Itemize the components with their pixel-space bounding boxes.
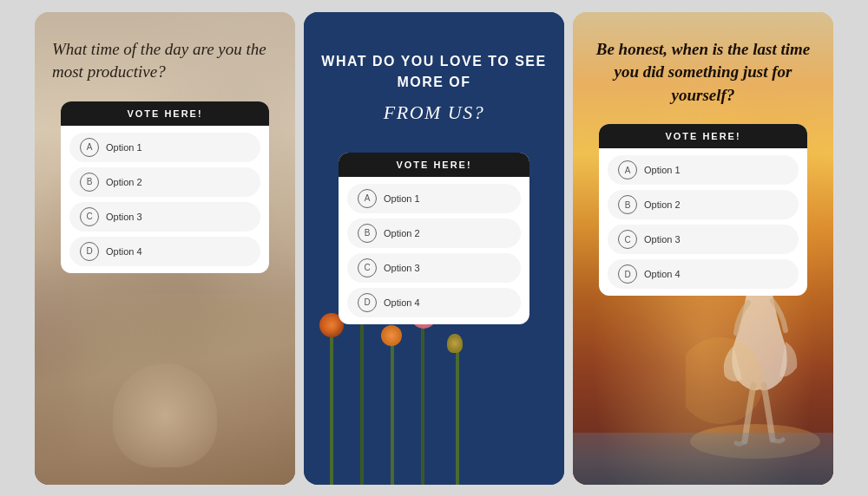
panel-3-vote-header-text: VOTE HERE! <box>665 131 740 141</box>
panel-2-option-d[interactable]: D Option 4 <box>347 288 521 317</box>
panel-3-option-b-letter: B <box>618 195 637 214</box>
panel-2-vote-header: VOTE HERE! <box>339 153 529 177</box>
panel-1-question: What time of the day are you the most pr… <box>48 38 282 84</box>
panel-2: WHAT DO YOU LOVE TO SEE MORE OFfrom us? … <box>304 12 564 485</box>
panel-3-option-c-letter: C <box>618 230 637 249</box>
panel-2-option-a-letter: A <box>358 189 377 208</box>
panel-1-option-c[interactable]: C Option 3 <box>69 202 260 232</box>
panel-3-content: Be honest, when is the last time you did… <box>573 12 833 485</box>
panel-3-vote-card: VOTE HERE! A Option 1 B Option 2 C Optio… <box>599 124 807 296</box>
panel-3-option-d[interactable]: D Option 4 <box>608 259 799 289</box>
panel-3: Be honest, when is the last time you did… <box>573 12 833 485</box>
panel-1-content: What time of the day are you the most pr… <box>35 12 295 485</box>
panel-2-option-b-text: Option 2 <box>384 228 420 238</box>
panel-1: What time of the day are you the most pr… <box>35 12 295 485</box>
panel-2-option-c-text: Option 3 <box>384 263 420 273</box>
panel-1-option-a-letter: A <box>80 138 99 157</box>
panel-3-option-b[interactable]: B Option 2 <box>608 190 799 219</box>
panel-3-option-a-text: Option 1 <box>644 165 681 175</box>
panel-1-option-a-text: Option 1 <box>106 142 142 153</box>
panel-1-option-b-letter: B <box>80 173 99 192</box>
panel-2-content: WHAT DO YOU LOVE TO SEE MORE OFfrom us? … <box>304 12 564 485</box>
panel-2-option-b-letter: B <box>358 224 377 243</box>
panel-3-option-d-letter: D <box>618 264 637 284</box>
panel-1-option-b-text: Option 2 <box>106 177 142 187</box>
panel-3-vote-header: VOTE HERE! <box>599 124 807 148</box>
panel-2-vote-card: VOTE HERE! A Option 1 B Option 2 C Optio… <box>339 153 529 324</box>
panel-2-option-a-text: Option 1 <box>384 193 420 204</box>
panel-2-option-d-letter: D <box>358 293 377 312</box>
panel-2-option-d-text: Option 4 <box>384 297 420 308</box>
panel-3-question: Be honest, when is the last time you did… <box>586 38 820 108</box>
panel-3-option-b-text: Option 2 <box>644 199 681 210</box>
panel-2-question-main: WHAT DO YOU LOVE TO SEE MORE OF <box>317 51 551 93</box>
panel-2-vote-options: A Option 1 B Option 2 C Option 3 D Optio… <box>339 177 529 324</box>
panel-3-option-c-text: Option 3 <box>644 234 681 245</box>
panel-1-option-b[interactable]: B Option 2 <box>69 167 260 197</box>
panel-1-vote-header-text: VOTE HERE! <box>127 108 202 119</box>
panel-3-option-d-text: Option 4 <box>644 269 681 279</box>
panel-1-vote-header: VOTE HERE! <box>61 101 269 126</box>
panel-2-question: WHAT DO YOU LOVE TO SEE MORE OFfrom us? <box>317 51 551 127</box>
panel-1-option-a[interactable]: A Option 1 <box>69 133 260 162</box>
panel-1-option-d-letter: D <box>80 242 99 261</box>
panel-2-question-italic: from us? <box>317 98 551 127</box>
panel-2-option-a[interactable]: A Option 1 <box>347 184 521 213</box>
panel-1-vote-card: VOTE HERE! A Option 1 B Option 2 C Optio… <box>61 101 269 273</box>
panel-2-option-c[interactable]: C Option 3 <box>347 253 521 283</box>
panel-1-question-text: What time of the day are you the most pr… <box>52 40 266 82</box>
panel-2-vote-header-text: VOTE HERE! <box>396 160 471 170</box>
panel-1-vote-options: A Option 1 B Option 2 C Option 3 D Optio… <box>61 126 269 273</box>
panel-2-option-c-letter: C <box>358 258 377 277</box>
panel-1-option-d[interactable]: D Option 4 <box>69 237 260 266</box>
panel-3-option-a[interactable]: A Option 1 <box>608 155 799 185</box>
panel-1-option-d-text: Option 4 <box>106 246 142 257</box>
panel-1-option-c-letter: C <box>80 207 99 226</box>
panel-3-option-a-letter: A <box>618 160 637 179</box>
panel-3-question-text: Be honest, when is the last time you did… <box>596 40 811 104</box>
panel-3-option-c[interactable]: C Option 3 <box>608 225 799 254</box>
panel-1-option-c-text: Option 3 <box>106 212 142 222</box>
main-container: What time of the day are you the most pr… <box>0 0 868 496</box>
panel-2-option-b[interactable]: B Option 2 <box>347 219 521 248</box>
panel-3-vote-options: A Option 1 B Option 2 C Option 3 D Optio… <box>599 148 807 296</box>
